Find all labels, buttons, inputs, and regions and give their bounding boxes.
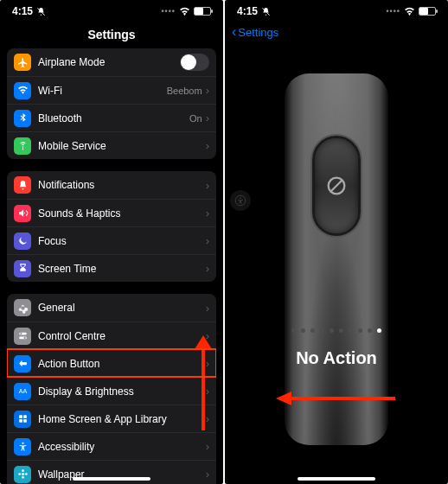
row-label: Wi-Fi — [38, 85, 167, 97]
status-right: •••• — [386, 7, 436, 16]
brightness-icon: AA — [14, 383, 31, 400]
settings-group-notifications: Notifications › Sounds & Haptics › Focus… — [7, 171, 216, 282]
wifi-icon — [14, 82, 31, 99]
row-label: General — [38, 302, 206, 314]
signal-dots-icon: •••• — [161, 7, 176, 16]
svg-point-11 — [21, 473, 23, 475]
svg-point-4 — [23, 337, 25, 339]
svg-rect-9 — [23, 419, 27, 423]
chevron-left-icon: ‹ — [232, 24, 236, 40]
signal-dots-icon: •••• — [386, 7, 400, 16]
moon-icon — [14, 232, 31, 250]
page-dot[interactable] — [291, 328, 296, 333]
speaker-icon — [14, 205, 31, 222]
chevron-right-icon: › — [206, 357, 209, 370]
chevron-right-icon: › — [206, 139, 209, 152]
row-notifications[interactable]: Notifications › — [7, 171, 216, 199]
row-display[interactable]: AA Display & Brightness › — [7, 377, 216, 404]
page-dot[interactable] — [377, 328, 381, 333]
page-dot[interactable] — [368, 328, 372, 333]
status-left: 4:15 — [237, 5, 271, 17]
battery-icon — [419, 7, 436, 16]
svg-point-12 — [22, 469, 24, 472]
row-screen-time[interactable]: Screen Time › — [7, 254, 216, 282]
row-focus[interactable]: Focus › — [7, 226, 216, 254]
svg-rect-8 — [19, 419, 22, 423]
wifi-icon — [404, 7, 415, 16]
page-dot[interactable] — [339, 328, 343, 333]
bell-slash-icon — [36, 7, 46, 16]
chevron-right-icon: › — [206, 207, 209, 220]
row-label: Home Screen & App Library — [38, 413, 206, 425]
gear-icon — [14, 299, 31, 316]
airplane-toggle[interactable] — [180, 54, 209, 71]
airplane-icon — [14, 54, 31, 71]
chevron-right-icon: › — [206, 262, 209, 275]
status-time: 4:15 — [12, 5, 33, 17]
svg-rect-6 — [19, 415, 22, 418]
chevron-right-icon: › — [206, 385, 209, 398]
svg-point-14 — [18, 473, 21, 475]
flower-icon — [14, 466, 31, 483]
bell-icon — [14, 176, 31, 194]
row-value: On — [189, 113, 202, 124]
action-button-preview[interactable]: No Action — [225, 48, 448, 484]
home-indicator[interactable] — [73, 477, 150, 481]
row-value: Beebom — [167, 86, 202, 96]
page-dot[interactable] — [349, 328, 353, 333]
chevron-right-icon: › — [206, 412, 209, 425]
svg-point-15 — [24, 473, 27, 475]
page-dot[interactable] — [330, 328, 334, 333]
battery-icon — [194, 7, 211, 16]
action-button-icon — [14, 355, 31, 373]
chevron-right-icon: › — [206, 179, 209, 192]
status-bar: 4:15 •••• — [225, 0, 448, 19]
home-indicator[interactable] — [298, 477, 375, 481]
row-label: Action Button — [38, 358, 206, 370]
row-label: Control Centre — [38, 330, 206, 342]
page-dot[interactable] — [320, 328, 324, 333]
switches-icon — [14, 328, 31, 345]
svg-point-10 — [22, 443, 23, 444]
page-dot[interactable] — [301, 328, 305, 333]
chevron-right-icon: › — [206, 440, 209, 453]
chevron-right-icon: › — [206, 84, 209, 97]
status-bar: 4:15 •••• — [0, 0, 223, 19]
row-sounds[interactable]: Sounds & Haptics › — [7, 199, 216, 226]
page-dot[interactable] — [310, 328, 315, 333]
grid-icon — [14, 411, 31, 428]
action-button-render — [312, 136, 361, 236]
page-dot[interactable] — [358, 328, 362, 333]
row-label: Airplane Mode — [38, 56, 180, 68]
row-wifi[interactable]: Wi-Fi Beebom › — [7, 76, 216, 104]
chevron-right-icon: › — [206, 468, 209, 481]
row-action-button[interactable]: Action Button › — [7, 349, 216, 377]
row-control-centre[interactable]: Control Centre › — [7, 322, 216, 349]
bluetooth-icon — [14, 110, 31, 127]
back-label: Settings — [238, 26, 278, 39]
back-button[interactable]: ‹ Settings — [225, 19, 448, 45]
chevron-right-icon: › — [206, 329, 209, 342]
annotation-arrow-left — [276, 390, 397, 407]
hourglass-icon — [14, 260, 31, 277]
page-dots[interactable] — [291, 328, 381, 333]
svg-point-13 — [22, 476, 24, 479]
row-general[interactable]: General › — [7, 294, 216, 322]
row-airplane-mode[interactable]: Airplane Mode — [7, 48, 216, 76]
action-mode-title: No Action — [296, 348, 377, 368]
chevron-right-icon: › — [206, 302, 209, 315]
row-mobile-service[interactable]: Mobile Service › — [7, 131, 216, 159]
row-bluetooth[interactable]: Bluetooth On › — [7, 104, 216, 131]
settings-screen: 4:15 •••• Settings Airplane Mode Wi-Fi B… — [0, 0, 223, 484]
page-title: Settings — [0, 28, 223, 41]
row-home-screen[interactable]: Home Screen & App Library › — [7, 404, 216, 432]
chevron-right-icon: › — [206, 111, 209, 124]
row-accessibility[interactable]: Accessibility › — [7, 432, 216, 460]
wifi-icon — [179, 7, 190, 16]
svg-text:AA: AA — [18, 388, 27, 394]
chevron-right-icon: › — [206, 234, 209, 247]
row-label: Sounds & Haptics — [38, 207, 206, 220]
svg-line-22 — [330, 180, 342, 192]
row-label: Notifications — [38, 179, 206, 191]
row-label: Bluetooth — [38, 112, 189, 124]
